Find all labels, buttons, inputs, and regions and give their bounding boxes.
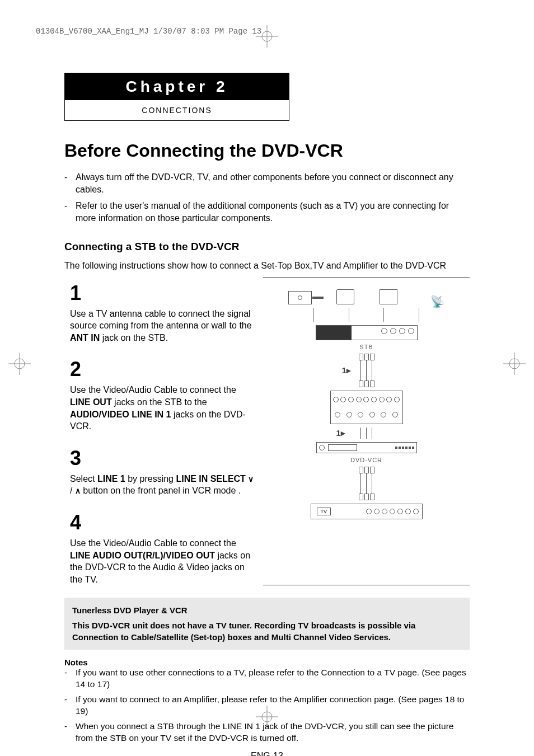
cable-set: 1▸	[359, 354, 374, 387]
intro-text: Refer to the user's manual of the additi…	[76, 200, 470, 225]
main-heading: Before Connecting the DVD-VCR	[64, 140, 470, 161]
notes-heading: Notes	[64, 658, 470, 667]
cable-set: 1▸	[359, 428, 374, 439]
note-box-title: Tunerless DVD Player & VCR	[72, 604, 462, 616]
note-text: If you want to use other connections to …	[76, 667, 470, 691]
intro-item: - Always turn off the DVD-VCR, TV, and o…	[64, 171, 470, 196]
step-number: 3	[70, 448, 257, 468]
bullet-dash: -	[64, 721, 76, 744]
chevron-down-icon: ∨	[248, 475, 254, 483]
intro-item: - Refer to the user's manual of the addi…	[64, 200, 470, 225]
step-body: Use the Video/Audio Cable to connect the…	[70, 537, 257, 585]
note-item: - When you connect a STB through the LIN…	[64, 721, 470, 744]
cable-line	[419, 308, 419, 322]
page-number: ENG-13	[64, 751, 470, 756]
bullet-dash: -	[64, 200, 76, 225]
diagram-label-stb: STB	[359, 344, 373, 350]
chevron-up-icon: ∧	[75, 487, 81, 496]
cable-line	[349, 308, 349, 322]
bullet-dash: -	[64, 667, 76, 691]
diagram-arrow: 1▸	[342, 365, 351, 375]
bold-term: LINE IN SELECT	[176, 474, 245, 483]
two-column-area: 1 Use a TV antenna cable to connect the …	[64, 278, 470, 586]
note-box-body: This DVD-VCR unit does not have a TV tun…	[72, 619, 462, 643]
step-number: 4	[70, 513, 257, 533]
steps-column: 1 Use a TV antenna cable to connect the …	[64, 278, 257, 586]
bold-term: LINE AUDIO OUT(R/L)/VIDEO OUT	[70, 551, 215, 560]
cable-line	[383, 308, 384, 322]
diagram-top-row: 📡	[288, 289, 445, 304]
crop-mark-icon	[503, 353, 526, 375]
step-body: Use a TV antenna cable to connect the si…	[70, 308, 257, 344]
subsection-intro: The following instructions show how to c…	[64, 261, 470, 271]
dvd-vcr-front-icon	[316, 442, 417, 453]
chapter-title: Chapter 2	[65, 73, 289, 100]
note-box: Tunerless DVD Player & VCR This DVD-VCR …	[64, 598, 470, 650]
monitor-icon	[336, 289, 354, 304]
intro-text: Always turn off the DVD-VCR, TV, and oth…	[76, 171, 470, 196]
step-number: 2	[70, 359, 257, 379]
step-body: Use the Video/Audio Cable to connect the…	[70, 384, 257, 432]
note-text: If you want to connect to an Amplifier, …	[76, 694, 470, 717]
amplifier-icon	[380, 289, 397, 304]
chapter-box: Chapter 2 CONNECTIONS	[64, 73, 289, 121]
cable-set	[359, 467, 374, 500]
notes-list: - If you want to use other connections t…	[64, 667, 470, 744]
diagram-label-tv: TV	[317, 508, 331, 515]
cable-line	[313, 308, 314, 322]
note-text: When you connect a STB through the LINE …	[76, 721, 470, 744]
bullet-dash: -	[64, 694, 76, 717]
antenna-icon: 📡	[422, 299, 444, 304]
stb-device-icon	[316, 325, 418, 340]
dvd-vcr-rear-icon	[330, 391, 403, 424]
bold-term: ANT IN	[70, 333, 100, 342]
subsection-heading: Connecting a STB to the DVD-VCR	[64, 241, 470, 253]
bold-term: AUDIO/VIDEO LINE IN 1	[70, 410, 171, 419]
page: 01304B_V6700_XAA_Eng1_MJ 1/30/07 8:03 PM…	[0, 0, 534, 756]
wall-outlet-icon	[288, 291, 312, 304]
bold-term: LINE OUT	[70, 397, 112, 407]
print-header: 01304B_V6700_XAA_Eng1_MJ 1/30/07 8:03 PM…	[36, 27, 261, 36]
note-item: - If you want to connect to an Amplifier…	[64, 694, 470, 717]
bullet-dash: -	[64, 171, 76, 196]
diagram-arrow: 1▸	[336, 428, 345, 438]
note-item: - If you want to use other connections t…	[64, 667, 470, 691]
tv-rear-icon: TV	[311, 504, 423, 519]
step-number: 1	[70, 283, 257, 303]
diagram-label-dvdvcr: DVD-VCR	[350, 457, 382, 463]
intro-list: - Always turn off the DVD-VCR, TV, and o…	[64, 171, 470, 225]
connection-diagram: 📡 STB 1▸	[263, 278, 470, 586]
bold-term: LINE 1	[97, 474, 125, 483]
step-body: Select LINE 1 by pressing LINE IN SELECT…	[70, 473, 257, 497]
chapter-subtitle: CONNECTIONS	[65, 100, 289, 120]
content-area: Chapter 2 CONNECTIONS Before Connecting …	[64, 73, 470, 756]
crop-mark-icon	[256, 25, 278, 48]
crop-mark-icon	[8, 353, 31, 375]
